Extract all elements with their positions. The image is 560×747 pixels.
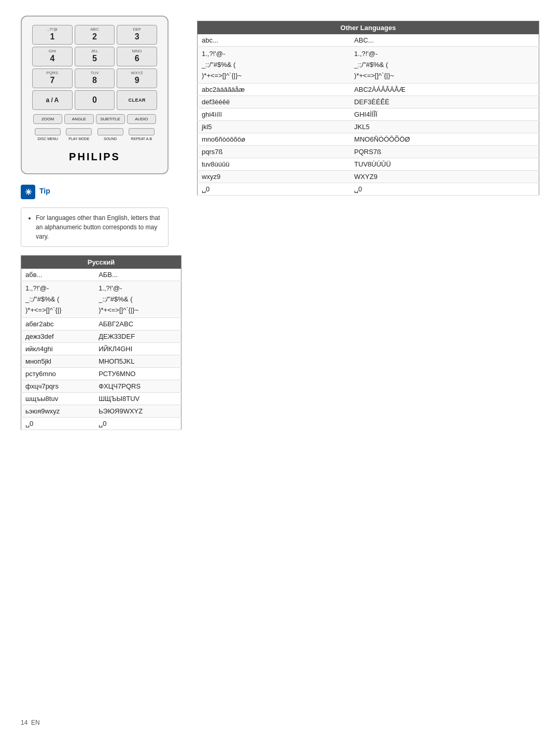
- angle-button[interactable]: ANGLE: [64, 114, 93, 124]
- key-7[interactable]: PQRS 7: [32, 68, 73, 88]
- bottom-label-row: DISC MENU PLAY MODE SOUND REPEAT A-B: [32, 137, 157, 141]
- key-clear[interactable]: CLEAR: [117, 90, 157, 110]
- repeat-ab-button[interactable]: [129, 128, 155, 135]
- page-footer: 14 EN: [21, 719, 40, 726]
- russian-row-left-3: ийкл4ghi: [21, 343, 95, 355]
- other-row-left-3: ghi4ìíîï: [198, 108, 351, 121]
- other-languages-table: Other Languages abc... ABC... 1.,?!'@- _…: [197, 21, 539, 196]
- tip-label: Tip: [39, 187, 50, 195]
- remote-control: .,?!'@ 1 ABC 2 DEF 3 GHI 4 JKL: [21, 16, 169, 174]
- russian-row-right-9: ␣0: [94, 418, 181, 430]
- tip-icon: ✳: [21, 185, 35, 199]
- key-2[interactable]: ABC 2: [75, 25, 115, 45]
- small-btn-row: [32, 128, 157, 135]
- other-row-left-4: jkl5: [198, 121, 351, 133]
- russian-row-right-4: МНОП5JKL: [94, 355, 181, 368]
- russian-row-left-5: рсту6mno: [21, 368, 95, 380]
- russian-row-left-6: фхцч7pqrs: [21, 380, 95, 393]
- function-row: ZOOM ANGLE SUBTITLE AUDIO: [32, 114, 157, 124]
- russian-row-left-8: ьэюя9wxyz: [21, 405, 95, 418]
- disc-menu-button[interactable]: [35, 128, 61, 135]
- play-mode-label: PLAY MODE: [63, 137, 94, 141]
- key-4[interactable]: GHI 4: [32, 47, 73, 66]
- other-row-right-4: JKL5: [350, 121, 539, 133]
- key-0[interactable]: 0: [75, 90, 115, 110]
- russian-row-left-0: 1.,?!'@- _:;/"#$%& ( )*+<=>[]^`{|}: [21, 281, 95, 318]
- russian-row-left-7: шщъы8tuv: [21, 393, 95, 405]
- sound-button[interactable]: [97, 128, 123, 135]
- russian-table-title: Русский: [21, 256, 181, 269]
- subtitle-button[interactable]: SUBTITLE: [96, 114, 125, 124]
- other-row-left-8: wxyz9: [198, 171, 351, 183]
- other-row-right-2: DEF3ÈÉÊË: [350, 96, 539, 108]
- russian-row-right-6: ФХЦЧ7PQRS: [94, 380, 181, 393]
- other-row-left-6: pqrs7ß: [198, 146, 351, 158]
- page-number: 14: [21, 719, 27, 726]
- repeat-ab-label: REPEAT A-B: [126, 137, 157, 141]
- other-col-upper: ABC...: [350, 34, 539, 47]
- tip-section: ✳ Tip: [21, 185, 181, 199]
- key-6[interactable]: MNO 6: [117, 47, 157, 66]
- other-row-left-2: def3èéêë: [198, 96, 351, 108]
- russian-col-lower: абв...: [21, 269, 95, 281]
- tip-text: For languages other than English, letter…: [36, 214, 160, 240]
- page-lang: EN: [31, 719, 40, 726]
- russian-row-right-5: РСТУ6MNO: [94, 368, 181, 380]
- key-8[interactable]: TUV 8: [75, 68, 115, 88]
- other-row-right-7: TUV8ÙÚÛÜ: [350, 158, 539, 171]
- russian-row-right-3: ИЙКЛ4GHI: [94, 343, 181, 355]
- other-row-left-1: abc2àáâãäåæ: [198, 84, 351, 96]
- other-row-left-9: ␣0: [198, 183, 351, 196]
- russian-section: Русский абв... АБВ... 1.,?!'@- _:;/"#$%&…: [21, 255, 181, 430]
- disc-menu-label: DISC MENU: [32, 137, 63, 141]
- other-col-lower: abc...: [198, 34, 351, 47]
- russian-col-upper: АБВ...: [94, 269, 181, 281]
- russian-row-left-1: абвг2abc: [21, 318, 95, 330]
- right-section: Other Languages abc... ABC... 1.,?!'@- _…: [197, 16, 539, 196]
- russian-row-right-7: ШЩЪЫ8TUV: [94, 393, 181, 405]
- other-languages-title: Other Languages: [198, 21, 539, 35]
- other-languages-section: Other Languages abc... ABC... 1.,?!'@- _…: [197, 21, 539, 196]
- other-row-right-5: MNO6ÑÒÓÔÕÖØ: [350, 133, 539, 146]
- russian-row-left-2: дежз3def: [21, 330, 95, 343]
- other-row-right-9: ␣0: [350, 183, 539, 196]
- russian-row-right-1: АБВГ2ABC: [94, 318, 181, 330]
- key-9[interactable]: WXYZ 9: [117, 68, 157, 88]
- other-row-left-5: mno6ñòóôõöø: [198, 133, 351, 146]
- russian-row-left-4: мноп5jkl: [21, 355, 95, 368]
- key-3[interactable]: DEF 3: [117, 25, 157, 45]
- russian-row-right-0: 1.,?!'@- _:;/"#$%& ( )*+<=>[]^`{|}~: [94, 281, 181, 318]
- russian-row-right-8: ЬЭЮЯ9WXYZ: [94, 405, 181, 418]
- other-row-right-1: ABC2ÀÁÂÃÄÅÆ: [350, 84, 539, 96]
- philips-logo: PHILIPS: [32, 151, 157, 163]
- key-1[interactable]: .,?!'@ 1: [32, 25, 73, 45]
- audio-button[interactable]: AUDIO: [127, 114, 156, 124]
- russian-row-left-9: ␣0: [21, 418, 95, 430]
- russian-table: Русский абв... АБВ... 1.,?!'@- _:;/"#$%&…: [21, 255, 181, 430]
- other-row-right-6: PQRS7ß: [350, 146, 539, 158]
- tip-text-box: For languages other than English, letter…: [21, 208, 169, 247]
- play-mode-button[interactable]: [66, 128, 92, 135]
- other-row-right-3: GHI4ÌÍÎÏ: [350, 108, 539, 121]
- zoom-button[interactable]: ZOOM: [33, 114, 62, 124]
- sound-label: SOUND: [95, 137, 126, 141]
- russian-row-right-2: ДЕЖ33DEF: [94, 330, 181, 343]
- key-a-slash-a[interactable]: a / A: [32, 90, 73, 110]
- other-row-right-0: 1.,?!'@- _:;/"#$%& ( )*+<=>[]^`{|}~: [350, 47, 539, 84]
- other-row-left-0: 1.,?!'@- _:;/"#$%& ( )*+<=>[]^`{|}~: [198, 47, 351, 84]
- other-row-left-7: tuv8ùúûü: [198, 158, 351, 171]
- other-row-right-8: WXYZ9: [350, 171, 539, 183]
- keypad: .,?!'@ 1 ABC 2 DEF 3 GHI 4 JKL: [32, 25, 157, 110]
- key-5[interactable]: JKL 5: [75, 47, 115, 66]
